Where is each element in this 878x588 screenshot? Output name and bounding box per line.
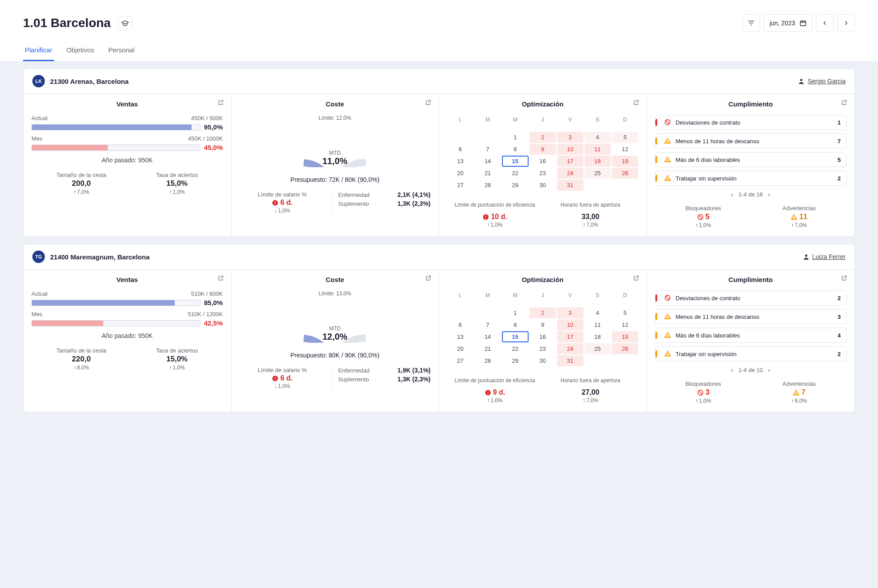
cal-day[interactable]: 27 xyxy=(447,180,474,191)
cal-day[interactable]: 28 xyxy=(474,355,501,366)
cal-day[interactable]: 1 xyxy=(502,132,529,143)
cal-day[interactable]: 5 xyxy=(612,132,639,143)
cal-day[interactable]: 22 xyxy=(502,168,529,179)
cal-day[interactable]: 11 xyxy=(584,144,611,155)
cal-day[interactable]: 21 xyxy=(474,343,501,354)
cal-day[interactable]: 29 xyxy=(502,355,529,366)
tab-personal[interactable]: Personal xyxy=(106,43,136,61)
expand-button[interactable] xyxy=(633,99,640,106)
cal-day[interactable]: 2 xyxy=(529,132,556,143)
cal-day[interactable]: 14 xyxy=(474,331,501,342)
cal-day[interactable]: 12 xyxy=(612,144,639,155)
cal-day[interactable]: 8 xyxy=(502,144,529,155)
cal-day[interactable]: 17 xyxy=(557,331,584,342)
tab-planificar[interactable]: Planificar xyxy=(23,43,54,61)
cal-day[interactable]: 21 xyxy=(474,168,501,179)
last-year: Año pasado: 950K xyxy=(31,332,223,339)
cal-day[interactable]: 28 xyxy=(474,180,501,191)
cal-day[interactable]: 13 xyxy=(447,331,474,342)
pager-next[interactable]: › xyxy=(768,367,770,373)
cal-day[interactable]: 5 xyxy=(612,307,639,318)
tab-objetivos[interactable]: Objetivos xyxy=(65,43,96,61)
cal-day[interactable]: 26 xyxy=(612,168,639,179)
pager-prev[interactable]: ‹ xyxy=(731,367,733,373)
cal-day[interactable]: 25 xyxy=(584,343,611,354)
cal-day[interactable]: 18 xyxy=(584,156,611,167)
cal-day[interactable]: 10 xyxy=(557,144,584,155)
cal-day[interactable]: 24 xyxy=(557,168,584,179)
cal-day[interactable]: 7 xyxy=(474,144,501,155)
cal-day[interactable]: 19 xyxy=(612,156,639,167)
cal-day[interactable]: 30 xyxy=(529,355,556,366)
cal-day[interactable]: 14 xyxy=(474,156,501,167)
svg-point-24 xyxy=(796,394,796,394)
cal-day[interactable]: 3 xyxy=(557,307,584,318)
cal-day[interactable]: 16 xyxy=(529,156,556,167)
cal-day[interactable]: 20 xyxy=(447,168,474,179)
compliance-item[interactable]: Más de 6 días laborables 4 xyxy=(655,328,847,343)
cal-day[interactable]: 3 xyxy=(557,132,584,143)
sort-button[interactable] xyxy=(742,14,760,32)
cal-day[interactable]: 19 xyxy=(612,331,639,342)
cal-day[interactable]: 29 xyxy=(502,180,529,191)
cal-day[interactable]: 16 xyxy=(529,331,556,342)
education-button[interactable] xyxy=(118,16,132,30)
cal-day[interactable]: 13 xyxy=(447,156,474,167)
expand-button[interactable] xyxy=(841,275,848,282)
cal-day[interactable]: 22 xyxy=(502,343,529,354)
cal-day[interactable]: 2 xyxy=(529,307,556,318)
expand-button[interactable] xyxy=(218,275,225,282)
cal-day[interactable]: 15 xyxy=(502,156,529,167)
compliance-item[interactable]: Desviaciones de contrato 1 xyxy=(655,115,847,130)
warning-icon xyxy=(664,350,671,357)
expand-button[interactable] xyxy=(425,275,432,282)
cal-day[interactable]: 17 xyxy=(557,156,584,167)
cal-day[interactable]: 10 xyxy=(557,319,584,330)
expand-button[interactable] xyxy=(425,99,432,106)
cell-title: Optimización xyxy=(447,100,639,108)
cal-day[interactable]: 9 xyxy=(529,144,556,155)
cal-day[interactable]: 23 xyxy=(529,343,556,354)
content: LK 21300 Arenas, Barcelona Sergio Garcia… xyxy=(0,61,878,434)
cal-day[interactable]: 24 xyxy=(557,343,584,354)
cal-day[interactable]: 1 xyxy=(502,307,529,318)
pager-next[interactable]: › xyxy=(768,191,770,198)
next-button[interactable] xyxy=(837,14,855,32)
comp-bottom: Bloqueadores 5 1,0% Advertencias 11 7,0% xyxy=(655,205,847,228)
date-picker[interactable]: jun, 2023 xyxy=(764,14,812,32)
cal-day[interactable]: 23 xyxy=(529,168,556,179)
cal-day[interactable]: 31 xyxy=(557,180,584,191)
cal-day[interactable]: 31 xyxy=(557,355,584,366)
cal-day[interactable]: 25 xyxy=(584,168,611,179)
cal-day[interactable]: 7 xyxy=(474,319,501,330)
manager-link[interactable]: Sergio Garcia xyxy=(798,78,846,85)
cal-day[interactable]: 11 xyxy=(584,319,611,330)
cal-day[interactable]: 8 xyxy=(502,319,529,330)
cal-day[interactable]: 4 xyxy=(584,307,611,318)
cal-day[interactable]: 9 xyxy=(529,319,556,330)
expand-button[interactable] xyxy=(218,99,225,106)
compliance-item[interactable]: Trabajar sin supervisión 2 xyxy=(655,346,847,361)
cal-day[interactable]: 20 xyxy=(447,343,474,354)
cal-day[interactable]: 6 xyxy=(447,319,474,330)
compliance-item[interactable]: Más de 6 días laborables 5 xyxy=(655,152,847,167)
cal-day[interactable]: 18 xyxy=(584,331,611,342)
manager-link[interactable]: Luiza Ferrer xyxy=(803,253,846,260)
compliance-item[interactable]: Trabajar sin supervisión 2 xyxy=(655,171,847,186)
cal-day[interactable]: 4 xyxy=(584,132,611,143)
cal-day[interactable]: 30 xyxy=(529,180,556,191)
store-body: Ventas Actual510K / 600K 85,0% Mes510K /… xyxy=(24,270,854,412)
cal-day[interactable]: 15 xyxy=(502,331,529,342)
cell-coste: Coste Límite: 12,0% MTD 11,0% Presupuest… xyxy=(231,94,439,236)
expand-button[interactable] xyxy=(633,275,640,282)
compliance-item[interactable]: Menos de 11 horas de descanso 3 xyxy=(655,309,847,324)
cal-day[interactable]: 12 xyxy=(612,319,639,330)
pager-prev[interactable]: ‹ xyxy=(731,191,733,198)
cal-day[interactable]: 26 xyxy=(612,343,639,354)
compliance-item[interactable]: Desviaciones de contrato 2 xyxy=(655,290,847,306)
compliance-item[interactable]: Menos de 11 horas de descanso 7 xyxy=(655,133,847,149)
expand-button[interactable] xyxy=(841,99,848,106)
prev-button[interactable] xyxy=(816,14,834,32)
cal-day[interactable]: 27 xyxy=(447,355,474,366)
cal-day[interactable]: 6 xyxy=(447,144,474,155)
